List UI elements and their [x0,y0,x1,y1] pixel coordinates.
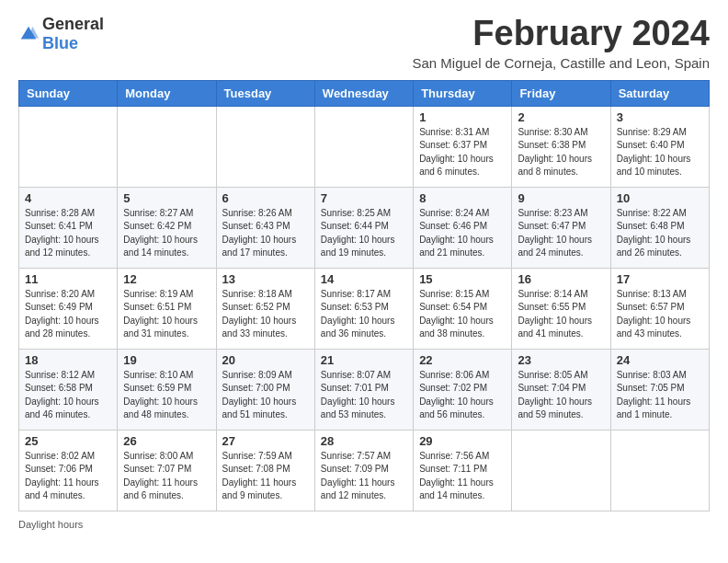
day-number: 8 [419,191,506,205]
calendar-cell: 29Sunrise: 7:56 AM Sunset: 7:11 PM Dayli… [414,430,512,511]
day-number: 1 [419,110,506,124]
calendar-week-5: 25Sunrise: 8:02 AM Sunset: 7:06 PM Dayli… [19,430,710,511]
calendar-cell: 16Sunrise: 8:14 AM Sunset: 6:55 PM Dayli… [512,268,610,349]
day-info: Sunrise: 8:30 AM Sunset: 6:38 PM Dayligh… [518,126,604,179]
day-info: Sunrise: 8:09 AM Sunset: 7:00 PM Dayligh… [222,369,309,422]
calendar-cell: 26Sunrise: 8:00 AM Sunset: 7:07 PM Dayli… [118,430,216,511]
calendar-week-2: 4Sunrise: 8:28 AM Sunset: 6:41 PM Daylig… [19,187,710,268]
calendar-cell: 21Sunrise: 8:07 AM Sunset: 7:01 PM Dayli… [314,349,413,430]
day-info: Sunrise: 8:26 AM Sunset: 6:43 PM Dayligh… [222,207,309,260]
calendar-cell: 20Sunrise: 8:09 AM Sunset: 7:00 PM Dayli… [216,349,314,430]
day-info: Sunrise: 8:25 AM Sunset: 6:44 PM Dayligh… [321,207,407,260]
day-number: 24 [617,353,703,367]
day-info: Sunrise: 8:31 AM Sunset: 6:37 PM Dayligh… [419,126,506,179]
calendar-cell: 27Sunrise: 7:59 AM Sunset: 7:08 PM Dayli… [216,430,314,511]
calendar-cell: 18Sunrise: 8:12 AM Sunset: 6:58 PM Dayli… [19,349,118,430]
day-info: Sunrise: 8:22 AM Sunset: 6:48 PM Dayligh… [617,207,703,260]
day-info: Sunrise: 8:15 AM Sunset: 6:54 PM Dayligh… [419,288,506,341]
day-info: Sunrise: 8:29 AM Sunset: 6:40 PM Dayligh… [617,126,703,179]
day-info: Sunrise: 8:02 AM Sunset: 7:06 PM Dayligh… [25,450,111,503]
day-info: Sunrise: 8:17 AM Sunset: 6:53 PM Dayligh… [321,288,407,341]
day-number: 12 [123,272,210,286]
calendar-cell [512,430,610,511]
day-info: Sunrise: 8:10 AM Sunset: 6:59 PM Dayligh… [123,369,210,422]
title-block: February 2024 San Miguel de Corneja, Cas… [412,15,710,71]
day-header-tuesday: Tuesday [216,80,314,106]
day-info: Sunrise: 8:03 AM Sunset: 7:05 PM Dayligh… [617,369,703,422]
day-number: 20 [222,353,309,367]
calendar-cell: 28Sunrise: 7:57 AM Sunset: 7:09 PM Dayli… [314,430,413,511]
day-number: 23 [518,353,604,367]
day-info: Sunrise: 7:59 AM Sunset: 7:08 PM Dayligh… [222,450,309,503]
day-info: Sunrise: 8:27 AM Sunset: 6:42 PM Dayligh… [123,207,210,260]
calendar-cell: 9Sunrise: 8:23 AM Sunset: 6:47 PM Daylig… [512,187,610,268]
day-info: Sunrise: 8:14 AM Sunset: 6:55 PM Dayligh… [518,288,604,341]
calendar-cell: 10Sunrise: 8:22 AM Sunset: 6:48 PM Dayli… [610,187,709,268]
calendar-cell: 25Sunrise: 8:02 AM Sunset: 7:06 PM Dayli… [19,430,118,511]
day-number: 22 [419,353,506,367]
day-number: 19 [123,353,210,367]
day-info: Sunrise: 8:18 AM Sunset: 6:52 PM Dayligh… [222,288,309,341]
calendar-body: 1Sunrise: 8:31 AM Sunset: 6:37 PM Daylig… [19,106,710,511]
day-number: 4 [25,191,111,205]
day-number: 3 [617,110,703,124]
calendar-cell: 17Sunrise: 8:13 AM Sunset: 6:57 PM Dayli… [610,268,709,349]
calendar-cell: 4Sunrise: 8:28 AM Sunset: 6:41 PM Daylig… [19,187,118,268]
day-number: 15 [419,272,506,286]
calendar-cell [216,106,314,187]
day-header-sunday: Sunday [19,80,118,106]
calendar-cell: 22Sunrise: 8:06 AM Sunset: 7:02 PM Dayli… [414,349,512,430]
day-info: Sunrise: 7:57 AM Sunset: 7:09 PM Dayligh… [321,450,407,503]
calendar-week-1: 1Sunrise: 8:31 AM Sunset: 6:37 PM Daylig… [19,106,710,187]
calendar-cell: 7Sunrise: 8:25 AM Sunset: 6:44 PM Daylig… [314,187,413,268]
logo-icon [18,24,39,44]
calendar-cell: 3Sunrise: 8:29 AM Sunset: 6:40 PM Daylig… [610,106,709,187]
day-header-wednesday: Wednesday [314,80,413,106]
calendar-cell: 12Sunrise: 8:19 AM Sunset: 6:51 PM Dayli… [118,268,216,349]
day-number: 18 [25,353,111,367]
day-header-friday: Friday [512,80,610,106]
day-header-monday: Monday [118,80,216,106]
footer-note: Daylight hours [18,519,710,530]
day-info: Sunrise: 8:20 AM Sunset: 6:49 PM Dayligh… [25,288,111,341]
logo-general: General [42,15,104,33]
day-info: Sunrise: 8:28 AM Sunset: 6:41 PM Dayligh… [25,207,111,260]
day-number: 27 [222,434,309,448]
day-number: 13 [222,272,309,286]
header: General Blue February 2024 San Miguel de… [18,15,710,71]
day-number: 5 [123,191,210,205]
calendar-week-4: 18Sunrise: 8:12 AM Sunset: 6:58 PM Dayli… [19,349,710,430]
day-info: Sunrise: 7:56 AM Sunset: 7:11 PM Dayligh… [419,450,506,503]
day-info: Sunrise: 8:06 AM Sunset: 7:02 PM Dayligh… [419,369,506,422]
day-info: Sunrise: 8:24 AM Sunset: 6:46 PM Dayligh… [419,207,506,260]
calendar-cell: 1Sunrise: 8:31 AM Sunset: 6:37 PM Daylig… [414,106,512,187]
day-number: 2 [518,110,604,124]
days-header-row: SundayMondayTuesdayWednesdayThursdayFrid… [19,80,710,106]
day-info: Sunrise: 8:00 AM Sunset: 7:07 PM Dayligh… [123,450,210,503]
day-number: 26 [123,434,210,448]
calendar-cell: 15Sunrise: 8:15 AM Sunset: 6:54 PM Dayli… [414,268,512,349]
calendar-cell: 6Sunrise: 8:26 AM Sunset: 6:43 PM Daylig… [216,187,314,268]
day-number: 7 [321,191,407,205]
calendar-week-3: 11Sunrise: 8:20 AM Sunset: 6:49 PM Dayli… [19,268,710,349]
calendar-cell [19,106,118,187]
day-number: 25 [25,434,111,448]
calendar-subtitle: San Miguel de Corneja, Castille and Leon… [412,55,710,71]
calendar-cell: 5Sunrise: 8:27 AM Sunset: 6:42 PM Daylig… [118,187,216,268]
calendar-cell: 14Sunrise: 8:17 AM Sunset: 6:53 PM Dayli… [314,268,413,349]
calendar-cell: 19Sunrise: 8:10 AM Sunset: 6:59 PM Dayli… [118,349,216,430]
day-header-thursday: Thursday [414,80,512,106]
logo: General Blue [18,15,104,53]
calendar-title: February 2024 [412,15,710,53]
calendar-table: SundayMondayTuesdayWednesdayThursdayFrid… [18,80,710,511]
day-number: 16 [518,272,604,286]
day-number: 10 [617,191,703,205]
day-info: Sunrise: 8:12 AM Sunset: 6:58 PM Dayligh… [25,369,111,422]
day-info: Sunrise: 8:19 AM Sunset: 6:51 PM Dayligh… [123,288,210,341]
day-info: Sunrise: 8:13 AM Sunset: 6:57 PM Dayligh… [617,288,703,341]
day-info: Sunrise: 8:23 AM Sunset: 6:47 PM Dayligh… [518,207,604,260]
calendar-cell: 11Sunrise: 8:20 AM Sunset: 6:49 PM Dayli… [19,268,118,349]
calendar-cell: 24Sunrise: 8:03 AM Sunset: 7:05 PM Dayli… [610,349,709,430]
day-info: Sunrise: 8:07 AM Sunset: 7:01 PM Dayligh… [321,369,407,422]
day-number: 6 [222,191,309,205]
